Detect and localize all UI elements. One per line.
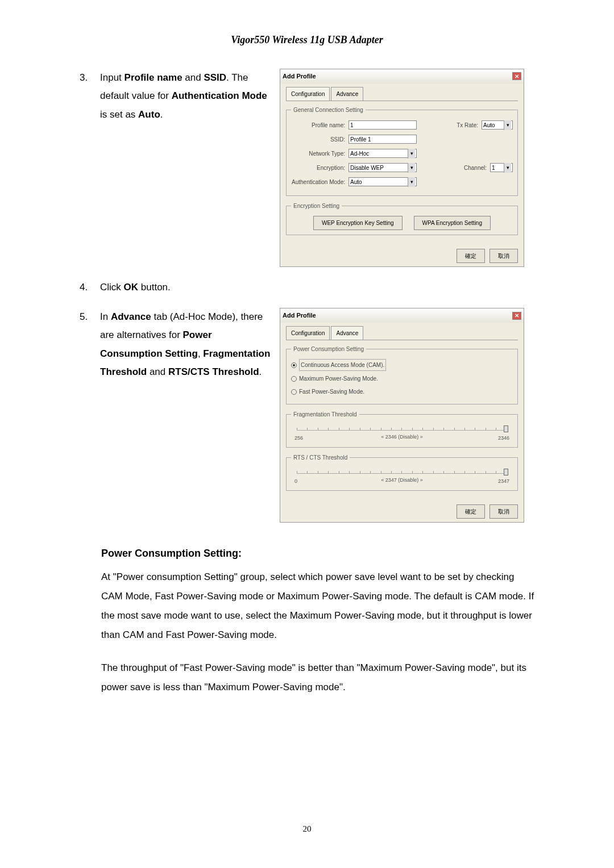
channel-label: Channel: (464, 162, 487, 173)
profile-name-input[interactable]: 1 (349, 120, 417, 130)
rts-cts-slider[interactable]: « 2347 (Disable) » 0 2347 (291, 470, 513, 486)
tab-configuration[interactable]: Configuration (286, 326, 330, 340)
network-type-label: Network Type: (291, 148, 345, 159)
auth-mode-select[interactable]: Auto (349, 177, 417, 186)
fragmentation-slider[interactable]: « 2346 (Disable) » 256 2346 (291, 427, 513, 443)
document-header: Vigor550 Wireless 11g USB Adapter (80, 34, 534, 46)
radio-max-power[interactable]: Maximum Power-Saving Mode. (291, 373, 513, 384)
step-4-number: 4. (80, 278, 100, 297)
tab-configuration[interactable]: Configuration (286, 87, 330, 101)
auth-mode-label: Authentication Mode: (291, 177, 345, 187)
dialog-title: Add Profile (283, 310, 316, 322)
network-type-select[interactable]: Ad-Hoc (349, 149, 417, 158)
step-3-number: 3. (80, 69, 100, 267)
ssid-input[interactable]: Profile 1 (349, 135, 417, 144)
radio-cam[interactable]: Continuous Access Mode (CAM). (291, 359, 513, 371)
step-3-text: Input Profile name and SSID. The default… (100, 69, 276, 267)
encryption-label: Encryption: (291, 162, 345, 173)
power-consumption-legend: Power Consumption Setting (291, 344, 366, 354)
general-connection-legend: General Connection Setting (291, 105, 366, 115)
step-4-text: Click OK button. (100, 278, 534, 297)
slider-thumb-icon[interactable] (504, 469, 508, 475)
pcs-paragraph-2: The throughput of "Fast Power-Saving mod… (101, 658, 534, 697)
ok-button[interactable]: 確定 (457, 504, 485, 519)
profile-name-label: Profile name: (291, 120, 345, 131)
encryption-setting-legend: Encryption Setting (291, 201, 342, 211)
rts-cts-legend: RTS / CTS Threshold (291, 452, 350, 463)
dialog-title: Add Profile (283, 70, 316, 82)
pcs-paragraph-1: At "Power consumption Setting" group, se… (101, 567, 534, 645)
cancel-button[interactable]: 取消 (489, 249, 518, 263)
channel-select[interactable]: 1 (490, 163, 513, 172)
slider-thumb-icon[interactable] (504, 425, 508, 432)
page-number: 20 (0, 824, 614, 834)
fragmentation-legend: Fragmentation Threshold (291, 409, 359, 420)
wep-setting-button[interactable]: WEP Encryption Key Setting (313, 216, 403, 230)
wpa-setting-button[interactable]: WPA Encryption Setting (414, 216, 491, 230)
step-5-text: In Advance tab (Ad-Hoc Mode), there are … (100, 308, 276, 523)
tab-advance[interactable]: Advance (331, 87, 363, 101)
cancel-button[interactable]: 取消 (489, 504, 518, 519)
step-3-row: 3. Input Profile name and SSID. The defa… (80, 69, 534, 267)
txrate-label: Tx Rate: (457, 120, 478, 131)
close-icon[interactable]: ✕ (512, 312, 521, 320)
step-5-number: 5. (80, 308, 100, 523)
add-profile-dialog-advance: Add Profile ✕ Configuration Advance Powe… (280, 308, 524, 523)
encryption-select[interactable]: Disable WEP (349, 163, 417, 172)
radio-icon (291, 362, 297, 368)
frag-center-label: « 2346 (Disable) » (291, 432, 513, 442)
ssid-label: SSID: (291, 134, 345, 145)
tab-advance[interactable]: Advance (331, 326, 363, 340)
rts-center-label: « 2347 (Disable) » (291, 475, 513, 485)
ok-button[interactable]: 確定 (457, 249, 485, 263)
close-icon[interactable]: ✕ (512, 72, 521, 80)
txrate-select[interactable]: Auto (482, 120, 513, 130)
radio-icon (291, 389, 297, 395)
step-5-row: 5. In Advance tab (Ad-Hoc Mode), there a… (80, 308, 534, 523)
step-4-row: 4. Click OK button. (80, 278, 534, 297)
radio-max-label: Maximum Power-Saving Mode. (299, 373, 378, 384)
radio-cam-label: Continuous Access Mode (CAM). (299, 359, 386, 371)
add-profile-dialog-config: Add Profile ✕ Configuration Advance Gene… (280, 69, 524, 267)
radio-icon (291, 376, 297, 382)
radio-fast-label: Fast Power-Saving Mode. (299, 386, 364, 397)
radio-fast-power[interactable]: Fast Power-Saving Mode. (291, 386, 513, 397)
pcs-heading: Power Consumption Setting: (101, 548, 534, 560)
